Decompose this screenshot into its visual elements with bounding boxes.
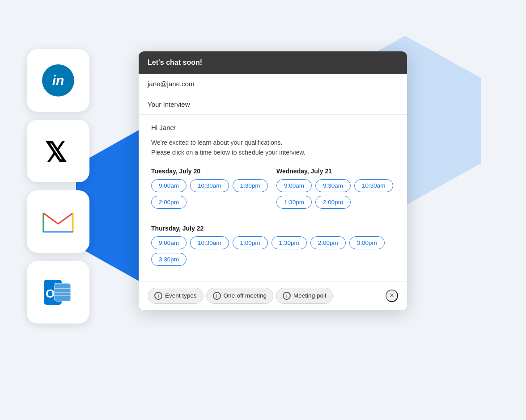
event-types-label: Event types — [165, 292, 197, 299]
plus-icon: + — [154, 292, 162, 300]
time-slot[interactable]: 3:30pm — [151, 253, 187, 266]
gmail-logo — [42, 210, 74, 234]
linkedin-logo: in — [42, 64, 74, 97]
time-slot[interactable]: 9:00am — [151, 179, 187, 192]
footer-close-button[interactable]: × — [386, 290, 398, 302]
email-body-line1: We're excited to learn about your qualif… — [151, 139, 282, 146]
time-slot[interactable]: 1:00pm — [233, 236, 268, 249]
email-subject-value: Your Interview — [148, 101, 190, 108]
x-logo: 𝕏 — [43, 136, 73, 166]
day-columns-top: Tuesday, July 20 9:00am 10:30am 1:30pm 2… — [151, 168, 394, 217]
time-slot[interactable]: 1:30pm — [233, 179, 268, 192]
email-subject-field: Your Interview — [139, 94, 407, 115]
meeting-poll-button[interactable]: + Meeting poll — [276, 288, 333, 304]
time-slot[interactable]: 9:30am — [315, 179, 351, 192]
email-body-line2: Please click on a time below to schedule… — [151, 149, 305, 156]
time-slots-wednesday: 9:00am 9:30am 10:30am 1:30pm 2:00pm — [276, 179, 394, 209]
email-header-title: Let's chat soon! — [148, 59, 202, 66]
email-body: Hi Jane! We're excited to learn about yo… — [139, 115, 407, 281]
outlook-logo: O — [42, 276, 74, 308]
one-off-meeting-label: One-off meeting — [224, 292, 267, 299]
gmail-app-icon[interactable] — [27, 190, 89, 253]
time-slot[interactable]: 1:30pm — [271, 236, 307, 249]
day-label-thursday: Thursday, July 22 — [151, 225, 394, 232]
event-types-button[interactable]: + Event types — [148, 288, 204, 304]
day-section-wednesday: Wedneday, July 21 9:00am 9:30am 10:30am … — [276, 168, 394, 209]
one-off-meeting-button[interactable]: + One-off meeting — [206, 288, 274, 304]
x-app-icon[interactable]: 𝕏 — [27, 120, 89, 182]
app-icons-list: in 𝕏 O — [27, 49, 89, 323]
time-slot[interactable]: 10:30am — [190, 236, 229, 249]
outlook-app-icon[interactable]: O — [27, 261, 89, 323]
linkedin-app-icon[interactable]: in — [27, 49, 89, 112]
svg-text:𝕏: 𝕏 — [45, 138, 67, 166]
time-slot[interactable]: 10:30am — [354, 179, 393, 192]
time-slot[interactable]: 2:00pm — [151, 196, 187, 209]
email-modal: Let's chat soon! jane@jane.com Your Inte… — [139, 51, 407, 310]
email-to-value: jane@jane.com — [148, 80, 194, 88]
time-slots-tuesday: 9:00am 10:30am 1:30pm 2:00pm — [151, 179, 269, 209]
time-slot[interactable]: 1:30pm — [276, 196, 312, 209]
plus-icon: + — [283, 292, 291, 300]
time-slot[interactable]: 3:00pm — [349, 236, 385, 249]
svg-text:O: O — [46, 287, 55, 300]
time-slot[interactable]: 10:30am — [190, 179, 229, 192]
plus-icon: + — [213, 292, 221, 300]
day-section-thursday: Thursday, July 22 9:00am 10:30am 1:00pm … — [151, 225, 394, 266]
email-greeting: Hi Jane! — [151, 124, 394, 131]
time-slot[interactable]: 2:00pm — [310, 236, 346, 249]
time-slot[interactable]: 9:00am — [151, 236, 187, 249]
email-header: Let's chat soon! — [139, 51, 407, 74]
time-slot[interactable]: 9:00am — [276, 179, 312, 192]
day-section-tuesday: Tuesday, July 20 9:00am 10:30am 1:30pm 2… — [151, 168, 269, 209]
close-icon: × — [390, 291, 394, 300]
email-body-text: We're excited to learn about your qualif… — [151, 138, 394, 158]
time-slot[interactable]: 2:00pm — [315, 196, 351, 209]
day-label-tuesday: Tuesday, July 20 — [151, 168, 269, 175]
meeting-poll-label: Meeting poll — [293, 292, 326, 299]
day-label-wednesday: Wedneday, July 21 — [276, 168, 394, 175]
email-footer: + Event types + One-off meeting + Meetin… — [139, 281, 407, 310]
time-slots-thursday: 9:00am 10:30am 1:00pm 1:30pm 2:00pm 3:00… — [151, 236, 394, 266]
email-to-field: jane@jane.com — [139, 74, 407, 94]
